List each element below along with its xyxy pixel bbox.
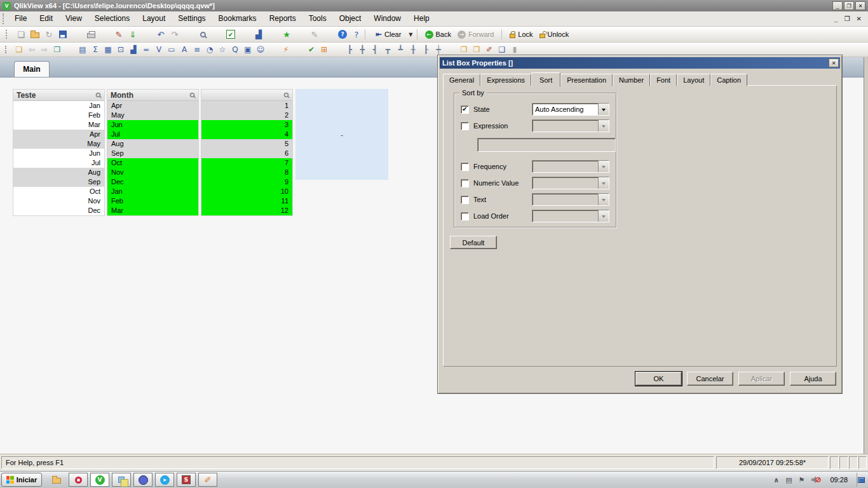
checkbox[interactable]: [461, 163, 469, 171]
list-item[interactable]: Dec: [107, 177, 198, 187]
sort-order-combo[interactable]: [532, 210, 609, 222]
new-sheet-icon[interactable]: ❏: [13, 44, 25, 55]
menu-item[interactable]: View: [59, 11, 88, 26]
space-evenly-icon[interactable]: ╂: [407, 44, 419, 55]
list-item[interactable]: 8: [201, 168, 292, 177]
lock-icon[interactable]: [510, 34, 515, 38]
close-button[interactable]: ✕: [855, 1, 865, 10]
new-text-object-icon[interactable]: A: [178, 44, 191, 55]
new-container-icon[interactable]: ▣: [241, 44, 254, 55]
taskbar-sticky-notes[interactable]: [112, 473, 131, 487]
list-item[interactable]: 4: [201, 130, 292, 139]
tray-clock[interactable]: 09:28: [827, 476, 850, 484]
list-item[interactable]: 9: [201, 177, 292, 187]
list-item[interactable]: Aug: [13, 168, 104, 177]
checkbox[interactable]: [461, 196, 469, 204]
reload-data-icon[interactable]: ⇓: [126, 28, 140, 41]
align-top-icon[interactable]: ┳: [381, 44, 394, 55]
chevron-down-icon[interactable]: [598, 194, 609, 205]
restore-button[interactable]: ❐: [844, 1, 854, 10]
dialog-tab[interactable]: Presentation: [560, 74, 613, 86]
redo-icon[interactable]: ↷: [168, 28, 182, 41]
menu-item[interactable]: Window: [367, 11, 407, 26]
taskbar-qlikview[interactable]: V: [90, 473, 109, 487]
sheet-tab-main[interactable]: Main: [14, 61, 50, 77]
list-item[interactable]: Sep: [13, 177, 104, 187]
list-item[interactable]: Jul: [107, 130, 198, 139]
help-button[interactable]: Ajuda: [790, 372, 836, 386]
quick-chart-wizard-icon[interactable]: ▟: [252, 28, 266, 41]
list-item[interactable]: Mar: [13, 120, 104, 130]
list-item[interactable]: 1: [201, 101, 292, 111]
demote-sheet-icon[interactable]: ⇨: [38, 44, 51, 55]
new-listbox-icon[interactable]: ▤: [76, 44, 89, 55]
expression-input[interactable]: [477, 138, 616, 152]
mdi-restore-button[interactable]: ❐: [844, 15, 850, 22]
list-item[interactable]: Jan: [13, 101, 104, 111]
back-icon[interactable]: ←: [425, 30, 433, 39]
list-item[interactable]: Nov: [13, 196, 104, 206]
menu-item[interactable]: Reports: [263, 11, 302, 26]
new-gauge-icon[interactable]: ◔: [203, 44, 216, 55]
open-file-icon[interactable]: [28, 28, 42, 41]
print-icon[interactable]: [84, 28, 98, 41]
refresh-icon[interactable]: ↻: [42, 28, 56, 41]
list-item[interactable]: May: [13, 139, 104, 149]
back-button[interactable]: Back: [436, 30, 455, 38]
tray-expand-icon[interactable]: ∧: [773, 476, 779, 484]
sort-order-combo[interactable]: [532, 160, 609, 173]
align-right-icon[interactable]: ┫: [369, 44, 381, 55]
align-bottom-icon[interactable]: ┻: [394, 44, 407, 55]
sort-order-combo[interactable]: [532, 193, 609, 206]
list-item[interactable]: Jul: [13, 158, 104, 168]
volume-muted-icon[interactable]: [811, 475, 821, 484]
paste-layout-icon[interactable]: ❐: [470, 44, 483, 55]
show-desktop-button[interactable]: [857, 473, 865, 487]
new-table-box-icon[interactable]: ▦: [102, 44, 114, 55]
list-item[interactable]: Jan: [107, 187, 198, 196]
new-slider-icon[interactable]: ≡: [191, 44, 203, 55]
listbox-caption[interactable]: Month: [107, 90, 198, 101]
list-item[interactable]: Feb: [13, 111, 104, 120]
start-button[interactable]: Iniciar: [1, 473, 42, 487]
new-custom-object-icon[interactable]: ☺: [254, 44, 267, 55]
menu-item[interactable]: Object: [333, 11, 368, 26]
list-item[interactable]: 6: [201, 149, 292, 158]
mdi-close-button[interactable]: ✕: [857, 15, 862, 22]
list-item[interactable]: 10: [201, 187, 292, 196]
new-input-box-icon[interactable]: =: [140, 44, 153, 55]
list-item[interactable]: Apr: [107, 101, 198, 111]
context-help-icon[interactable]: ?: [349, 28, 363, 41]
list-item[interactable]: Sep: [107, 149, 198, 158]
search-icon[interactable]: [196, 28, 210, 41]
list-item[interactable]: Apr: [13, 130, 104, 139]
sort-order-combo[interactable]: Auto Ascending: [532, 103, 609, 116]
new-statistics-box-icon[interactable]: Σ: [89, 44, 102, 55]
menu-item[interactable]: Layout: [136, 11, 172, 26]
dialog-tab[interactable]: Number: [613, 74, 650, 86]
new-current-selections-box-icon[interactable]: V: [153, 44, 165, 55]
list-item[interactable]: 3: [201, 120, 292, 130]
unlock-button[interactable]: Unlock: [548, 30, 573, 38]
list-item[interactable]: May: [107, 111, 198, 120]
taskbar-editor[interactable]: S: [177, 473, 196, 487]
list-item[interactable]: Dec: [13, 206, 104, 215]
list-item[interactable]: Nov: [107, 168, 198, 177]
search-icon[interactable]: [190, 93, 195, 98]
menu-item[interactable]: Selections: [88, 11, 136, 26]
list-item[interactable]: 11: [201, 196, 292, 206]
apply-button[interactable]: Aplicar: [738, 372, 785, 386]
new-multi-box-icon[interactable]: ⊡: [114, 44, 127, 55]
dialog-tab[interactable]: Font: [650, 74, 677, 86]
tray-flag-icon[interactable]: ⚑: [799, 476, 805, 484]
clear-selections-icon[interactable]: ⇤: [376, 30, 382, 39]
new-bookmark-object-icon[interactable]: ☆: [216, 44, 229, 55]
snap-to-grid-icon[interactable]: ┠: [419, 44, 432, 55]
align-center-icon[interactable]: ╋: [356, 44, 369, 55]
edit-module-icon[interactable]: ✐: [483, 44, 496, 55]
menu-item[interactable]: File: [8, 11, 33, 26]
dialog-tab[interactable]: General: [443, 74, 480, 86]
taskbar-security-lock[interactable]: [133, 473, 153, 487]
add-bookmark-icon[interactable]: ★: [280, 28, 294, 41]
clear-button[interactable]: Clear: [384, 30, 405, 38]
